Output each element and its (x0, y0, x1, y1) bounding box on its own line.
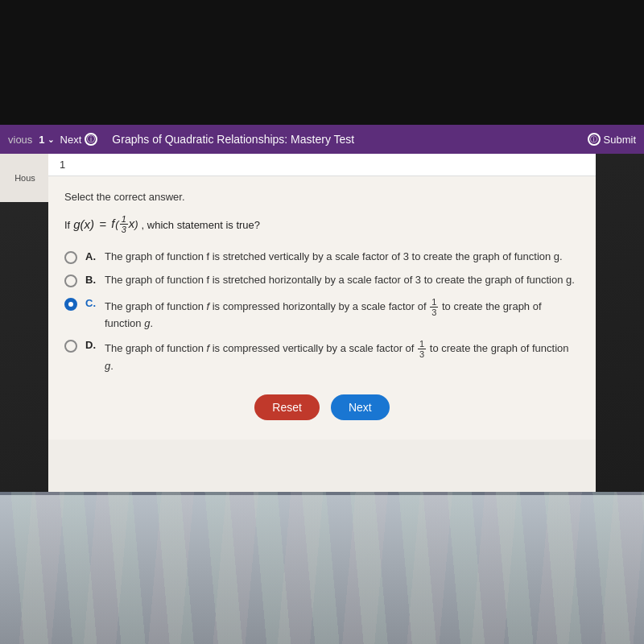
nav-next-info-icon: ⓘ (85, 133, 97, 146)
option-letter-b: B. (85, 274, 97, 286)
option-letter-c: C. (85, 297, 97, 309)
radio-b[interactable] (64, 275, 77, 287)
option-d[interactable]: D. The graph of function f is compressed… (64, 339, 580, 371)
equals-sign: = (96, 217, 109, 231)
question-instruction: Select the correct answer. (64, 191, 580, 203)
option-text-d: The graph of function f is compressed ve… (105, 339, 580, 371)
question-prompt: If g(x) = f (13x) , which statement is t… (64, 214, 580, 234)
radio-a[interactable] (64, 251, 77, 264)
question-card: 1 Select the correct answer. If g(x) = f… (48, 154, 596, 492)
sidebar-label: Hous (14, 173, 35, 183)
one-third-fraction: 13 (120, 214, 128, 234)
wave-decoration (0, 492, 644, 644)
prompt-suffix: , which statement is true? (142, 219, 260, 231)
option-text-a: The graph of function f is stretched ver… (105, 250, 563, 262)
g-x: g(x) (73, 217, 94, 231)
nav-submit-button[interactable]: ⓘ Submit (588, 133, 636, 146)
screen: vious 1 ⌄ Next ⓘ Graphs of Quadratic Rel… (0, 0, 644, 644)
f-fraction: f (13x) (111, 214, 138, 234)
nav-title: Graphs of Quadratic Relationships: Maste… (112, 133, 580, 146)
laptop-body (0, 492, 644, 644)
prompt-prefix: If (64, 219, 70, 231)
prompt-math: g(x) = f (13x) (73, 214, 138, 234)
nav-chevron-icon: ⌄ (47, 135, 54, 144)
question-number-bar: 1 (48, 154, 596, 176)
radio-c[interactable] (64, 298, 77, 311)
option-b[interactable]: B. The graph of function f is stretched … (64, 274, 580, 287)
nav-bar: vious 1 ⌄ Next ⓘ Graphs of Quadratic Rel… (0, 125, 644, 154)
next-button[interactable]: Next (331, 394, 390, 420)
options-list: A. The graph of function f is stretched … (64, 250, 580, 371)
question-body: Select the correct answer. If g(x) = f (… (48, 176, 596, 440)
sidebar-tab: Hous (0, 154, 50, 202)
nav-next-button[interactable]: Next ⓘ (60, 133, 98, 146)
question-number: 1 (60, 159, 65, 171)
option-c[interactable]: C. The graph of function f is compressed… (64, 297, 580, 329)
option-text-c: The graph of function f is compressed ho… (105, 297, 580, 329)
nav-question-number: 1 ⌄ (39, 134, 53, 146)
reset-button[interactable]: Reset (254, 394, 320, 420)
option-a[interactable]: A. The graph of function f is stretched … (64, 250, 580, 264)
radio-d[interactable] (64, 340, 77, 353)
nav-previous-link[interactable]: vious (8, 134, 32, 146)
option-letter-d: D. (85, 339, 97, 351)
top-frame (0, 0, 644, 125)
option-text-b: The graph of function f is stretched hor… (105, 274, 575, 286)
button-row: Reset Next (64, 394, 580, 420)
nav-submit-circle-icon: ⓘ (588, 133, 601, 146)
option-letter-a: A. (85, 250, 97, 262)
